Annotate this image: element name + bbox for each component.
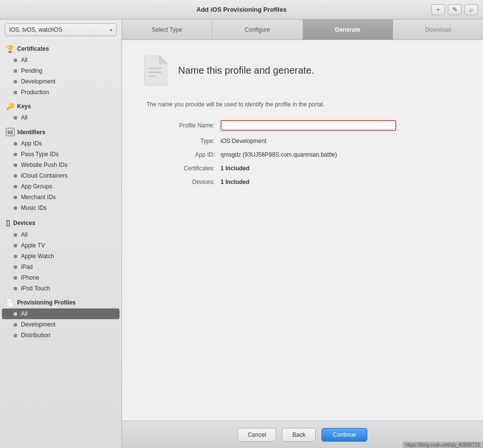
back-button[interactable]: Back: [282, 428, 316, 442]
appid-label: App ID:: [146, 151, 215, 158]
cancel-button[interactable]: Cancel: [238, 428, 276, 442]
dot-icon: [14, 174, 17, 178]
wizard-step-configure[interactable]: Configure: [212, 20, 302, 40]
identifiers-section-header: id Identifiers: [0, 123, 121, 138]
type-row: Type: iOS Development: [141, 138, 463, 144]
devices-value: 1 Included: [221, 179, 249, 185]
profile-name-input[interactable]: [221, 120, 396, 131]
sidebar-item-label: Apple TV: [21, 242, 45, 249]
sidebar-item-pp-all[interactable]: All: [2, 308, 120, 319]
search-button[interactable]: ⌕: [464, 4, 478, 15]
sidebar-item-label: iPad: [21, 264, 33, 270]
content-area: Select Type Configure Generate Download: [122, 20, 483, 448]
sidebar-item-applewatch[interactable]: Apple Watch: [0, 251, 121, 262]
sidebar-item-appgroups[interactable]: App Groups: [0, 181, 121, 192]
edit-button[interactable]: ✎: [448, 4, 462, 15]
platform-dropdown[interactable]: iOS, tvOS, watchOS ▾: [5, 23, 117, 36]
appid-row: App ID: qmsgdz (93UJ58P98S.com.quanmian.…: [141, 151, 463, 158]
dot-icon: [14, 116, 17, 120]
sidebar-item-ipodtouch[interactable]: iPod Touch: [0, 283, 121, 294]
sidebar-item-ipad[interactable]: iPad: [0, 262, 121, 272]
continue-button[interactable]: Continue: [322, 428, 367, 442]
wizard-step-select-type[interactable]: Select Type: [122, 20, 212, 40]
dot-icon: [14, 185, 17, 188]
dot-icon: [14, 80, 17, 83]
sidebar-item-label: iPod Touch: [21, 285, 50, 292]
type-label: Type:: [146, 138, 215, 144]
keys-label: Keys: [17, 103, 31, 110]
sidebar-item-label: App IDs: [21, 140, 42, 147]
wizard-step-generate[interactable]: Generate: [303, 20, 393, 40]
form-title: Name this profile and generate.: [178, 65, 314, 76]
sidebar-item-label: Website Push IDs: [21, 162, 67, 168]
devices-label: Devices:: [146, 179, 215, 185]
dot-icon: [14, 59, 17, 62]
bottom-bar: Cancel Back Continue https://blog.csdn.n…: [122, 421, 483, 448]
sidebar-item-appletv[interactable]: Apple TV: [0, 240, 121, 251]
sidebar-item-iphone[interactable]: iPhone: [0, 272, 121, 283]
wizard-step-label: Configure: [244, 26, 270, 33]
sidebar-item-icloudcontainers[interactable]: iCloud Containers: [0, 170, 121, 181]
sidebar-item-label: Apple Watch: [21, 253, 54, 260]
dot-icon: [14, 312, 17, 316]
sidebar-item-label: Development: [21, 78, 56, 85]
sidebar-item-appids[interactable]: App IDs: [0, 138, 121, 149]
sidebar-item-passtypeids[interactable]: Pass Type IDs: [0, 149, 121, 160]
sidebar-item-devices-all[interactable]: All: [0, 229, 121, 240]
dot-icon: [14, 91, 17, 94]
title-bar: Add iOS Provisioning Profiles + ✎ ⌕: [0, 0, 483, 20]
dot-icon: [14, 233, 17, 237]
platform-dropdown-label: iOS, tvOS, watchOS: [9, 26, 62, 33]
sidebar-item-merchantids[interactable]: Merchant IDs: [0, 192, 121, 203]
dot-icon: [14, 323, 17, 326]
url-bar: https://blog.csdn.net/qq_40886725: [402, 442, 483, 448]
sidebar-item-pp-distribution[interactable]: Distribution: [0, 330, 121, 341]
identifiers-label: Identifiers: [18, 129, 45, 136]
sidebar-item-pp-development[interactable]: Development: [0, 319, 121, 330]
dot-icon: [14, 287, 17, 290]
devices-row: Devices: 1 Included: [141, 179, 463, 185]
wizard-steps: Select Type Configure Generate Download: [122, 20, 483, 40]
sidebar-item-label: Development: [21, 321, 56, 328]
certificates-label: Certificates: [17, 45, 49, 52]
form-header: Name this profile and generate.: [141, 55, 463, 86]
identifiers-icon: id: [6, 128, 15, 136]
file-document-icon: [143, 56, 167, 86]
sidebar-item-label: Pending: [21, 67, 42, 74]
dot-icon: [14, 244, 17, 247]
dot-icon: [14, 276, 17, 280]
type-value: iOS Development: [221, 138, 266, 144]
sidebar-item-label: iPhone: [21, 274, 39, 281]
devices-section-header: ▯ Devices: [0, 213, 121, 229]
sidebar-item-websitepushids[interactable]: Website Push IDs: [0, 160, 121, 170]
sidebar-item-label: All: [21, 310, 27, 317]
sidebar-item-cert-development[interactable]: Development: [0, 76, 121, 87]
provisioning-profiles-section-header: 📄 Provisioning Profiles: [0, 294, 121, 308]
window-title: Add iOS Provisioning Profiles: [197, 6, 287, 13]
sidebar-item-label: Merchant IDs: [21, 194, 56, 201]
sidebar-item-cert-all[interactable]: All: [0, 55, 121, 65]
chevron-down-icon: ▾: [110, 27, 112, 33]
title-bar-actions: + ✎ ⌕: [431, 4, 478, 15]
certificates-section-header: 🏆 Certificates: [0, 40, 121, 55]
dot-icon: [14, 334, 17, 337]
provisioning-profiles-label: Provisioning Profiles: [17, 299, 76, 306]
dot-icon: [14, 153, 17, 156]
sidebar-item-label: Distribution: [21, 332, 50, 339]
sidebar: iOS, tvOS, watchOS ▾ 🏆 Certificates All …: [0, 20, 122, 448]
wizard-step-label: Download: [425, 26, 451, 33]
appid-value: qmsgdz (93UJ58P98S.com.quanmian.battle): [221, 151, 337, 158]
certificates-label: Certificates:: [146, 165, 215, 172]
dot-icon: [14, 265, 17, 269]
dot-icon: [14, 163, 17, 167]
add-button[interactable]: +: [431, 4, 445, 15]
sidebar-item-cert-pending[interactable]: Pending: [0, 65, 121, 76]
dot-icon: [14, 69, 17, 73]
sidebar-item-musicids[interactable]: Music IDs: [0, 203, 121, 213]
form-content: Name this profile and generate. The name…: [122, 40, 483, 421]
sidebar-item-label: All: [21, 231, 27, 238]
sidebar-item-keys-all[interactable]: All: [0, 112, 121, 123]
sidebar-item-cert-production[interactable]: Production: [0, 87, 121, 98]
certificates-icon: 🏆: [6, 45, 14, 53]
wizard-step-label: Select Type: [152, 26, 182, 33]
